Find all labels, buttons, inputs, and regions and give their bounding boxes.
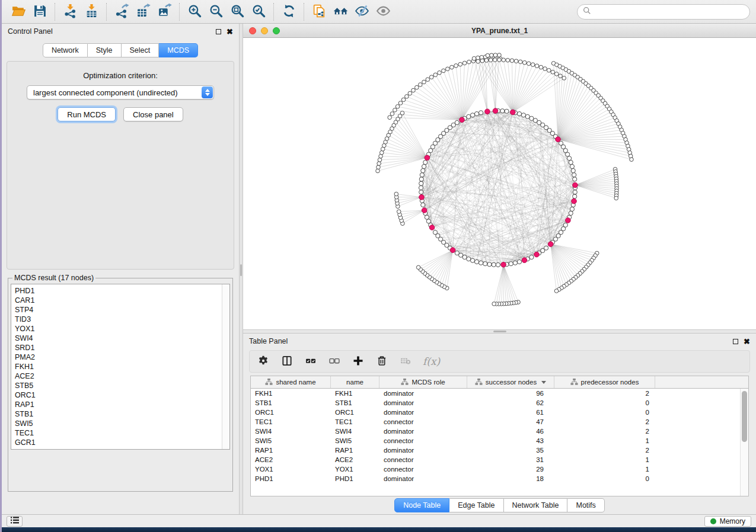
network-graph[interactable]: [243, 38, 756, 329]
mcds-node[interactable]: [422, 208, 427, 213]
network-node[interactable]: [493, 53, 497, 57]
network-node[interactable]: [529, 255, 534, 259]
network-node[interactable]: [455, 120, 459, 124]
network-node[interactable]: [470, 113, 474, 117]
mcds-node[interactable]: [460, 117, 465, 123]
table-row[interactable]: FKH1FKH1dominator962: [251, 389, 748, 398]
mcds-node[interactable]: [450, 248, 455, 253]
delete-columns-button[interactable]: [375, 355, 388, 368]
mcds-result-item[interactable]: ORC1: [15, 390, 226, 400]
list-scrollbar[interactable]: [222, 284, 229, 449]
network-node[interactable]: [426, 219, 430, 223]
network-node[interactable]: [415, 85, 419, 89]
network-node[interactable]: [518, 60, 522, 64]
network-node[interactable]: [547, 68, 551, 72]
criterion-dropdown[interactable]: largest connected component (undirected): [27, 85, 214, 100]
network-node[interactable]: [450, 65, 454, 69]
network-node[interactable]: [394, 192, 398, 196]
mcds-result-item[interactable]: TID3: [15, 315, 226, 324]
network-node[interactable]: [480, 59, 484, 63]
network-node[interactable]: [470, 258, 474, 262]
network-node[interactable]: [562, 76, 566, 81]
network-node[interactable]: [467, 257, 471, 261]
network-node[interactable]: [543, 67, 547, 71]
network-node[interactable]: [500, 109, 505, 113]
mcds-node[interactable]: [573, 182, 578, 188]
tab-network[interactable]: Network: [43, 43, 88, 57]
network-node[interactable]: [476, 59, 480, 63]
export-image-button[interactable]: [154, 2, 175, 21]
network-node[interactable]: [379, 154, 383, 158]
network-node[interactable]: [462, 61, 467, 65]
network-node[interactable]: [489, 58, 493, 62]
zoom-out-button[interactable]: [205, 2, 227, 21]
network-node[interactable]: [454, 64, 458, 68]
network-node[interactable]: [554, 289, 559, 293]
zoom-fit-button[interactable]: [227, 2, 248, 21]
mcds-node[interactable]: [425, 155, 430, 161]
network-node[interactable]: [484, 59, 489, 63]
float-panel-icon[interactable]: [733, 339, 738, 344]
network-node[interactable]: [395, 105, 400, 109]
network-node[interactable]: [398, 101, 403, 105]
table-row[interactable]: PHD1PHD1dominator180: [251, 474, 748, 483]
network-node[interactable]: [426, 78, 430, 82]
network-node[interactable]: [496, 262, 500, 267]
network-node[interactable]: [573, 194, 577, 198]
run-mcds-button[interactable]: Run MCDS: [58, 107, 116, 121]
mcds-result-item[interactable]: YOX1: [15, 324, 226, 334]
import-network-button[interactable]: [59, 2, 81, 21]
mcds-result-item[interactable]: RAP1: [15, 400, 226, 409]
network-node[interactable]: [569, 160, 573, 164]
table-row[interactable]: TEC1TEC1connector472: [251, 417, 748, 427]
network-node[interactable]: [509, 262, 513, 266]
network-node[interactable]: [423, 160, 428, 164]
tab-style[interactable]: Style: [88, 43, 122, 57]
network-node[interactable]: [377, 162, 381, 166]
refresh-layout-button[interactable]: [278, 2, 299, 21]
network-node[interactable]: [433, 230, 437, 235]
network-node[interactable]: [572, 173, 576, 177]
column-header-mcds-role[interactable]: MCDS role: [379, 376, 467, 388]
network-node[interactable]: [419, 185, 423, 190]
network-node[interactable]: [490, 53, 494, 57]
column-header-predecessor-nodes[interactable]: predecessor nodes: [554, 376, 655, 388]
splitter-grip[interactable]: [240, 264, 242, 276]
mcds-result-item[interactable]: FKH1: [15, 362, 226, 371]
network-node[interactable]: [559, 74, 563, 78]
network-node[interactable]: [425, 215, 429, 219]
table-row[interactable]: ORC1ORC1dominator610: [251, 408, 748, 417]
network-node[interactable]: [487, 262, 492, 267]
create-column-button[interactable]: [352, 355, 365, 368]
mcds-result-item[interactable]: TEC1: [15, 428, 226, 438]
network-node[interactable]: [376, 169, 380, 173]
network-node[interactable]: [446, 67, 450, 71]
network-node[interactable]: [393, 108, 397, 113]
deselect-all-columns-button[interactable]: [328, 355, 341, 368]
mcds-node[interactable]: [572, 198, 577, 204]
network-node[interactable]: [433, 73, 438, 77]
network-node[interactable]: [405, 95, 409, 99]
mcds-node[interactable]: [548, 242, 553, 247]
network-node[interactable]: [539, 65, 543, 69]
network-node[interactable]: [474, 259, 479, 264]
network-node[interactable]: [467, 60, 471, 64]
network-node[interactable]: [527, 62, 531, 66]
mcds-node[interactable]: [485, 109, 490, 114]
mcds-node[interactable]: [534, 252, 540, 257]
network-node[interactable]: [378, 158, 382, 162]
network-node[interactable]: [492, 262, 496, 267]
network-node[interactable]: [514, 59, 518, 63]
maximize-window-icon[interactable]: [273, 27, 280, 34]
network-node[interactable]: [510, 59, 514, 63]
search-input[interactable]: [595, 7, 744, 16]
tab-select[interactable]: Select: [122, 43, 160, 57]
save-session-button[interactable]: [29, 2, 50, 21]
tab-mcds[interactable]: MCDS: [159, 43, 198, 57]
network-node[interactable]: [420, 173, 424, 177]
network-node[interactable]: [486, 53, 490, 57]
network-node[interactable]: [422, 80, 426, 84]
network-node[interactable]: [442, 69, 446, 73]
select-all-columns-button[interactable]: [304, 355, 317, 368]
close-panel-icon[interactable]: ✖: [227, 28, 233, 36]
